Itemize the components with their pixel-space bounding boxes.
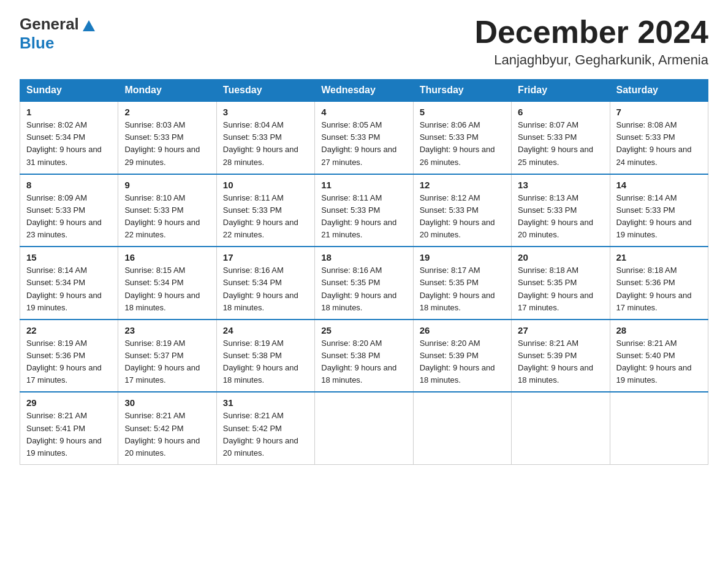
header-sunday: Sunday	[20, 80, 118, 102]
calendar-cell: 28Sunrise: 8:21 AMSunset: 5:40 PMDayligh…	[610, 320, 708, 393]
calendar-cell: 6Sunrise: 8:07 AMSunset: 5:33 PMDaylight…	[512, 101, 610, 174]
day-info: Sunrise: 8:21 AMSunset: 5:39 PMDaylight:…	[518, 339, 593, 385]
day-number: 10	[223, 180, 308, 190]
calendar-cell: 27Sunrise: 8:21 AMSunset: 5:39 PMDayligh…	[512, 320, 610, 393]
day-number: 25	[321, 325, 406, 335]
calendar-cell: 16Sunrise: 8:15 AMSunset: 5:34 PMDayligh…	[118, 247, 216, 320]
day-number: 14	[616, 180, 702, 190]
day-info: Sunrise: 8:11 AMSunset: 5:33 PMDaylight:…	[321, 193, 396, 239]
day-info: Sunrise: 8:16 AMSunset: 5:34 PMDaylight:…	[223, 266, 298, 312]
day-info: Sunrise: 8:20 AMSunset: 5:39 PMDaylight:…	[420, 339, 495, 385]
day-number: 24	[223, 325, 308, 335]
day-number: 15	[26, 252, 112, 262]
day-info: Sunrise: 8:05 AMSunset: 5:33 PMDaylight:…	[321, 120, 396, 166]
calendar-week-row: 8Sunrise: 8:09 AMSunset: 5:33 PMDaylight…	[20, 174, 708, 247]
day-info: Sunrise: 8:09 AMSunset: 5:33 PMDaylight:…	[26, 193, 102, 239]
calendar-cell: 4Sunrise: 8:05 AMSunset: 5:33 PMDaylight…	[315, 101, 413, 174]
day-number: 22	[26, 325, 112, 335]
calendar-cell: 17Sunrise: 8:16 AMSunset: 5:34 PMDayligh…	[216, 247, 314, 320]
calendar-cell: 25Sunrise: 8:20 AMSunset: 5:38 PMDayligh…	[315, 320, 413, 393]
day-number: 12	[420, 180, 505, 190]
month-title: December 2024	[474, 15, 708, 50]
calendar-cell	[610, 392, 708, 464]
day-number: 4	[321, 107, 406, 117]
logo: General Blue	[20, 15, 97, 53]
calendar-cell: 29Sunrise: 8:21 AMSunset: 5:41 PMDayligh…	[20, 392, 118, 464]
calendar-cell: 1Sunrise: 8:02 AMSunset: 5:34 PMDaylight…	[20, 101, 118, 174]
day-info: Sunrise: 8:21 AMSunset: 5:42 PMDaylight:…	[124, 411, 200, 457]
day-info: Sunrise: 8:06 AMSunset: 5:33 PMDaylight:…	[420, 120, 495, 166]
day-info: Sunrise: 8:07 AMSunset: 5:33 PMDaylight:…	[518, 120, 593, 166]
calendar-header-row: Sunday Monday Tuesday Wednesday Thursday…	[20, 80, 708, 102]
day-info: Sunrise: 8:03 AMSunset: 5:33 PMDaylight:…	[124, 120, 200, 166]
day-info: Sunrise: 8:10 AMSunset: 5:33 PMDaylight:…	[124, 193, 200, 239]
calendar-week-row: 22Sunrise: 8:19 AMSunset: 5:36 PMDayligh…	[20, 320, 708, 393]
day-number: 8	[26, 180, 112, 190]
day-number: 19	[420, 252, 505, 262]
day-number: 17	[223, 252, 308, 262]
day-number: 7	[616, 107, 702, 117]
day-info: Sunrise: 8:21 AMSunset: 5:40 PMDaylight:…	[616, 339, 692, 385]
calendar-week-row: 29Sunrise: 8:21 AMSunset: 5:41 PMDayligh…	[20, 392, 708, 464]
day-info: Sunrise: 8:19 AMSunset: 5:38 PMDaylight:…	[223, 339, 298, 385]
day-number: 28	[616, 325, 702, 335]
day-number: 3	[223, 107, 308, 117]
day-number: 16	[124, 252, 210, 262]
logo-general-text: General	[20, 15, 79, 34]
header-saturday: Saturday	[610, 80, 708, 102]
day-info: Sunrise: 8:18 AMSunset: 5:35 PMDaylight:…	[518, 266, 593, 312]
day-number: 9	[124, 180, 210, 190]
day-number: 6	[518, 107, 603, 117]
calendar-cell	[413, 392, 511, 464]
calendar-cell: 22Sunrise: 8:19 AMSunset: 5:36 PMDayligh…	[20, 320, 118, 393]
day-info: Sunrise: 8:04 AMSunset: 5:33 PMDaylight:…	[223, 120, 298, 166]
calendar-cell: 10Sunrise: 8:11 AMSunset: 5:33 PMDayligh…	[216, 174, 314, 247]
day-info: Sunrise: 8:16 AMSunset: 5:35 PMDaylight:…	[321, 266, 396, 312]
day-info: Sunrise: 8:21 AMSunset: 5:42 PMDaylight:…	[223, 411, 298, 457]
day-number: 31	[223, 397, 308, 408]
calendar-cell: 23Sunrise: 8:19 AMSunset: 5:37 PMDayligh…	[118, 320, 216, 393]
calendar-cell: 18Sunrise: 8:16 AMSunset: 5:35 PMDayligh…	[315, 247, 413, 320]
calendar-cell: 15Sunrise: 8:14 AMSunset: 5:34 PMDayligh…	[20, 247, 118, 320]
calendar-cell: 19Sunrise: 8:17 AMSunset: 5:35 PMDayligh…	[413, 247, 511, 320]
day-number: 13	[518, 180, 603, 190]
calendar-cell: 2Sunrise: 8:03 AMSunset: 5:33 PMDaylight…	[118, 101, 216, 174]
logo-icon	[80, 17, 97, 34]
header-monday: Monday	[118, 80, 216, 102]
day-number: 23	[124, 325, 210, 335]
day-number: 30	[124, 397, 210, 408]
day-number: 29	[26, 397, 112, 408]
logo-blue-text: Blue	[20, 34, 54, 53]
calendar-cell: 14Sunrise: 8:14 AMSunset: 5:33 PMDayligh…	[610, 174, 708, 247]
calendar-cell: 13Sunrise: 8:13 AMSunset: 5:33 PMDayligh…	[512, 174, 610, 247]
page-header: General Blue December 2024 Lanjaghbyur, …	[20, 15, 708, 68]
day-info: Sunrise: 8:21 AMSunset: 5:41 PMDaylight:…	[26, 411, 102, 457]
header-wednesday: Wednesday	[315, 80, 413, 102]
day-info: Sunrise: 8:20 AMSunset: 5:38 PMDaylight:…	[321, 339, 396, 385]
calendar-cell: 24Sunrise: 8:19 AMSunset: 5:38 PMDayligh…	[216, 320, 314, 393]
day-info: Sunrise: 8:14 AMSunset: 5:33 PMDaylight:…	[616, 193, 692, 239]
calendar-cell: 11Sunrise: 8:11 AMSunset: 5:33 PMDayligh…	[315, 174, 413, 247]
day-number: 26	[420, 325, 505, 335]
day-info: Sunrise: 8:13 AMSunset: 5:33 PMDaylight:…	[518, 193, 593, 239]
day-number: 21	[616, 252, 702, 262]
day-number: 11	[321, 180, 406, 190]
svg-marker-0	[83, 20, 95, 31]
calendar-cell: 30Sunrise: 8:21 AMSunset: 5:42 PMDayligh…	[118, 392, 216, 464]
day-info: Sunrise: 8:18 AMSunset: 5:36 PMDaylight:…	[616, 266, 692, 312]
calendar-table: Sunday Monday Tuesday Wednesday Thursday…	[20, 79, 708, 465]
calendar-cell	[315, 392, 413, 464]
calendar-cell: 21Sunrise: 8:18 AMSunset: 5:36 PMDayligh…	[610, 247, 708, 320]
header-friday: Friday	[512, 80, 610, 102]
calendar-cell	[512, 392, 610, 464]
calendar-cell: 31Sunrise: 8:21 AMSunset: 5:42 PMDayligh…	[216, 392, 314, 464]
calendar-cell: 20Sunrise: 8:18 AMSunset: 5:35 PMDayligh…	[512, 247, 610, 320]
day-number: 27	[518, 325, 603, 335]
day-info: Sunrise: 8:15 AMSunset: 5:34 PMDaylight:…	[124, 266, 200, 312]
day-info: Sunrise: 8:19 AMSunset: 5:36 PMDaylight:…	[26, 339, 102, 385]
day-info: Sunrise: 8:12 AMSunset: 5:33 PMDaylight:…	[420, 193, 495, 239]
calendar-cell: 26Sunrise: 8:20 AMSunset: 5:39 PMDayligh…	[413, 320, 511, 393]
calendar-cell: 12Sunrise: 8:12 AMSunset: 5:33 PMDayligh…	[413, 174, 511, 247]
day-number: 2	[124, 107, 210, 117]
day-info: Sunrise: 8:17 AMSunset: 5:35 PMDaylight:…	[420, 266, 495, 312]
